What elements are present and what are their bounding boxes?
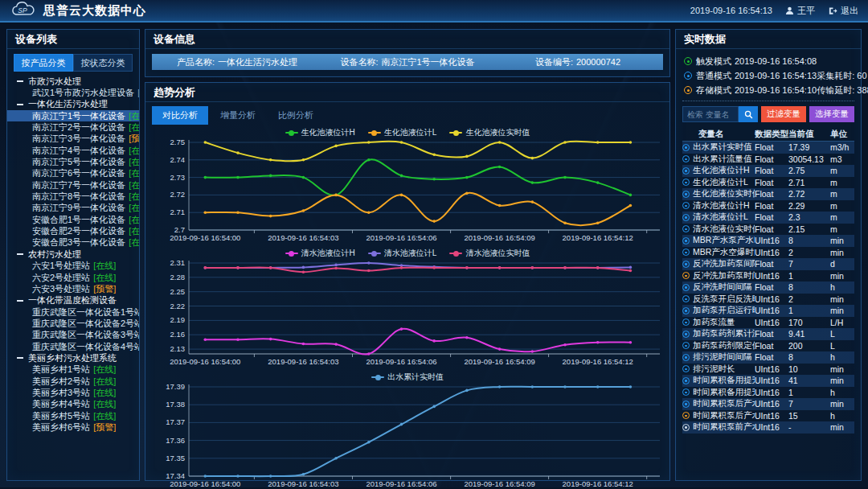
table-row[interactable]: 反冲洗时间间隔Float8h	[682, 281, 854, 294]
table-row[interactable]: 时间累积泵前产水电动阀分UInt16-min	[682, 421, 854, 434]
tree-item[interactable]: 南京江宁2号一体化设备[在线]	[7, 121, 139, 133]
tree-item[interactable]: 重庆武隆区一体化设备1号站[预警]	[7, 306, 139, 318]
chart-3: 出水累计实时值17.3917.3817.3717.3617.3517.34201…	[152, 372, 663, 489]
legend-item[interactable]: 生化池液位计L	[368, 127, 437, 138]
table-row[interactable]: MBR产水空爆时间分UInt162min	[682, 247, 854, 259]
trend-tab-2[interactable]: 增量分析	[210, 106, 266, 125]
tree-item[interactable]: 南京江宁7号一体化设备[在线]	[7, 179, 139, 191]
tree-item[interactable]: 美丽乡村4号站[在线]	[7, 399, 139, 410]
filter-variables-button[interactable]: 过滤变量	[761, 106, 806, 122]
cell-current-value: 2.75	[788, 166, 830, 175]
search-input[interactable]	[682, 106, 739, 122]
cell-current-value: 41	[788, 376, 830, 385]
table-row[interactable]: 加药泵流量UInt16170L/H	[682, 317, 854, 329]
device-list-tab-2[interactable]: 按状态分类	[73, 54, 133, 72]
tree-group[interactable]: 美丽乡村污水处理系统	[7, 352, 139, 364]
tree-item[interactable]: 南京江宁8号一体化设备[在线]	[7, 191, 139, 202]
table-row[interactable]: 加药泵药剂累计流量Float9.41L	[682, 328, 854, 340]
cell-data-type: UInt16	[755, 306, 788, 315]
legend-item[interactable]: 生化池液位计H	[285, 127, 355, 138]
tree-item[interactable]: 南京江宁5号一体化设备[在线]	[7, 156, 139, 167]
status-badge: [在线]	[129, 179, 139, 191]
tree-item[interactable]: 六安2号处理站[在线]	[7, 272, 139, 283]
trend-tab-1[interactable]: 对比分析	[152, 106, 208, 125]
table-row[interactable]: 出水累计实时值Float17.39m3/h	[682, 142, 854, 154]
tree-label: 南京江宁1号一体化设备	[32, 110, 125, 121]
tree-item[interactable]: 美丽乡村1号站[在线]	[7, 364, 139, 376]
tree-item[interactable]: 安徽合肥3号一体化设备[在线]	[7, 237, 139, 249]
table-row[interactable]: 生化池液位计LFloat2.71m	[682, 177, 854, 189]
table-row[interactable]: 排污泥时长UInt1610min	[682, 364, 854, 376]
device-list-tab-1[interactable]: 按产品分类	[14, 54, 73, 72]
tree-item[interactable]: 美丽乡村2号站[在线]	[7, 376, 139, 387]
tree-item[interactable]: 美丽乡村5号站[在线]	[7, 410, 139, 421]
user-menu[interactable]: 王平	[785, 5, 815, 17]
table-row[interactable]: 时间累积备用提升泵分UInt1641min	[682, 375, 854, 387]
table-row[interactable]: 生化池液位实时值Float2.72m	[682, 188, 854, 200]
table-row[interactable]: 反冲洗加药泵时间UInt161min	[682, 270, 854, 282]
legend-item[interactable]: 出水累计实时值	[371, 372, 444, 383]
tree-group[interactable]: 一体化带温度检测设备	[7, 295, 139, 306]
table-row[interactable]: 出水累计流量值Float30054.13m3	[682, 154, 854, 166]
tree-item[interactable]: 安徽合肥2号一体化设备[在线]	[7, 225, 139, 236]
status-badge: [预警]	[93, 421, 116, 433]
cell-current-value: 8	[788, 236, 830, 245]
table-row[interactable]: 清水池液位计HFloat2.29m	[682, 200, 854, 212]
tree-item[interactable]: 南京江宁4号一体化设备[在线]	[7, 145, 139, 156]
trend-tab-3[interactable]: 比例分析	[268, 106, 324, 125]
tree-label: 重庆武隆区一体化设备2号站	[32, 318, 139, 329]
tree-item[interactable]: 美丽乡村3号站[在线]	[7, 387, 139, 398]
table-row[interactable]: 时间累积泵后产水电动阀分UInt167min	[682, 398, 854, 410]
tree-item[interactable]: 安徽合肥1号一体化设备[在线]	[7, 214, 139, 225]
collapse-icon[interactable]	[17, 104, 23, 105]
table-row[interactable]: 反冲洗加药泵间隔时间Float7d	[682, 258, 854, 270]
collapse-icon[interactable]	[17, 300, 23, 302]
tree-item[interactable]: 南京江宁3号一体化设备[预警]	[7, 134, 139, 145]
tree-item[interactable]: 南京江宁1号一体化设备[在线]	[7, 110, 139, 121]
table-row[interactable]: 反洗泵开启反洗时长UInt162min	[682, 294, 854, 306]
cell-current-value: 7	[788, 259, 830, 269]
tree-item[interactable]: 武汉1号市政污水处理设备[离线]	[7, 87, 139, 98]
cell-variable-name: 加药泵开启运行时间	[682, 305, 755, 316]
search-button[interactable]	[739, 106, 758, 122]
logout-button[interactable]: 退出	[828, 5, 858, 17]
tree-item[interactable]: 重庆武隆区一体化设备3号站[在线]	[7, 330, 139, 341]
cell-current-value: 2.3	[788, 212, 830, 222]
tree-group[interactable]: 市政污水处理	[7, 76, 139, 87]
tree-item[interactable]: 美丽乡村6号站[预警]	[7, 421, 139, 433]
variable-name-text: 反冲洗加药泵间隔时间	[693, 258, 755, 269]
table-row[interactable]: 加药泵药剂限定值Float200L	[682, 340, 854, 352]
select-variables-button[interactable]: 选择变量	[809, 106, 854, 122]
tree-item[interactable]: 南京江宁6号一体化设备[在线]	[7, 168, 139, 179]
table-row[interactable]: 清水池液位实时值Float2.15m	[682, 224, 854, 236]
collapse-icon[interactable]	[17, 253, 23, 255]
cell-unit: m	[830, 201, 854, 211]
variable-icon	[682, 424, 690, 431]
collapse-icon[interactable]	[17, 357, 23, 359]
table-row[interactable]: 时间累积泵后产水电动阀时UInt1615h	[682, 410, 854, 422]
table-row[interactable]: MBR产水泵产水时间分UInt168min	[682, 235, 854, 247]
tree-item[interactable]: 南京江宁9号一体化设备[在线]	[7, 203, 139, 214]
legend-item[interactable]: 清水池液位实时值	[449, 248, 530, 259]
table-row[interactable]: 排污泥时间间隔Float8h	[682, 351, 854, 364]
mode-status-list: 触发模式2019-09-16 16:54:08普通模式2019-09-16 16…	[676, 49, 861, 101]
tree-item[interactable]: 重庆武隆区一体化设备2号站[预警]	[7, 318, 139, 329]
tree-group[interactable]: 农村污水处理	[7, 249, 139, 260]
variable-icon	[682, 331, 690, 338]
legend-item[interactable]: 生化池液位实时值	[449, 127, 530, 138]
tree-item[interactable]: 六安1号处理站[在线]	[7, 261, 139, 272]
tree-item[interactable]: 六安3号处理站[预警]	[7, 283, 139, 294]
tree-group[interactable]: 一体化生活污水处理	[7, 99, 139, 110]
table-row[interactable]: 生化池液位计HFloat2.75m	[682, 165, 854, 177]
table-row[interactable]: 加药泵开启运行时间UInt161min	[682, 305, 854, 317]
cell-current-value: 2	[788, 248, 830, 257]
tree-item[interactable]: 重庆武隆区一体化设备4号站[预警]	[7, 341, 139, 352]
tree-label: 重庆武隆区一体化设备4号站	[32, 341, 139, 352]
legend-item[interactable]: 清水池液位计H	[285, 248, 355, 259]
collapse-icon[interactable]	[17, 80, 23, 82]
device-info-value: 一体化生活污水处理	[218, 57, 297, 67]
cell-variable-name: 时间累积备用提升泵分	[682, 375, 755, 386]
table-row[interactable]: 清水池液位计LFloat2.3m	[682, 212, 854, 224]
legend-item[interactable]: 清水池液位计L	[368, 248, 437, 259]
table-row[interactable]: 时间累积备用提升泵时UInt161h	[682, 387, 854, 399]
